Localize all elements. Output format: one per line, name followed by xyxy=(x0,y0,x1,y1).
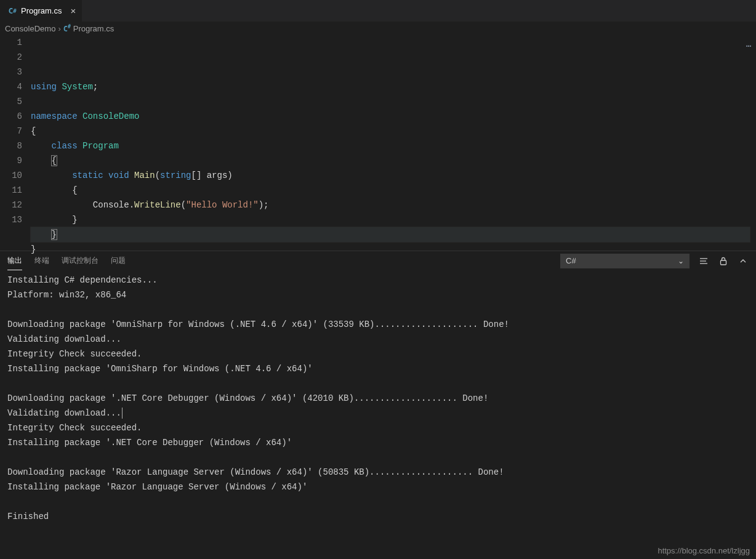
output-line: Validating download... xyxy=(7,332,749,347)
line-number: 8 xyxy=(0,139,22,153)
breadcrumb: ConsoleDemo › C# Program.cs xyxy=(0,22,756,35)
output-line: Installing package 'Razor Language Serve… xyxy=(7,480,749,494)
output-line: Integrity Check succeeded. xyxy=(7,420,749,435)
line-number: 2 xyxy=(0,50,22,65)
code-line[interactable]: Console.WriteLine("Hello World!"); xyxy=(31,198,756,212)
line-number: 12 xyxy=(0,198,22,212)
line-number: 6 xyxy=(0,109,22,124)
line-number: 9 xyxy=(0,153,22,168)
code-area[interactable]: ⋯ using System; namespace ConsoleDemo{ c… xyxy=(31,35,756,251)
code-line[interactable]: } xyxy=(31,212,756,227)
code-line[interactable]: { xyxy=(31,124,756,139)
output-line xyxy=(7,302,749,317)
output-line: Downloading package 'OmniSharp for Windo… xyxy=(7,317,749,332)
csharp-file-icon: C# xyxy=(7,6,17,16)
code-line[interactable]: class Program xyxy=(31,139,756,153)
output-line: Downloading package '.NET Core Debugger … xyxy=(7,391,749,406)
line-number: 7 xyxy=(0,124,22,139)
output-line: Integrity Check succeeded. xyxy=(7,347,749,361)
minimap-icon: ⋯ xyxy=(746,39,755,47)
code-line[interactable]: static void Main(string[] args) xyxy=(31,168,756,183)
line-number-gutter: 12345678910111213 xyxy=(0,35,31,251)
code-line[interactable]: using System; xyxy=(31,79,756,94)
line-number: 4 xyxy=(0,79,22,94)
watermark: https://blog.csdn.net/lzljgg xyxy=(657,546,750,555)
output-line: Installing package '.NET Core Debugger (… xyxy=(7,435,749,450)
panel-tab-output[interactable]: 输出 xyxy=(7,252,22,270)
editor-tab-bar: C# Program.cs × xyxy=(0,0,756,22)
chevron-right-icon: › xyxy=(58,24,60,33)
code-line[interactable]: } xyxy=(31,242,756,257)
output-line: Platform: win32, x86_64 xyxy=(7,288,749,302)
output-line xyxy=(7,450,749,465)
output-line xyxy=(7,376,749,391)
line-number: 1 xyxy=(0,35,22,50)
line-number: 13 xyxy=(0,212,22,227)
output-line: Finished xyxy=(7,509,749,524)
code-line[interactable]: { xyxy=(31,183,756,198)
code-editor[interactable]: 12345678910111213 ⋯ using System; namesp… xyxy=(0,35,756,251)
output-line: Validating download... xyxy=(7,406,749,420)
breadcrumb-file[interactable]: C# Program.cs xyxy=(63,24,115,33)
code-line[interactable]: { xyxy=(31,153,756,168)
close-icon[interactable]: × xyxy=(70,6,76,15)
line-number: 3 xyxy=(0,65,22,79)
code-line[interactable] xyxy=(31,94,756,109)
code-line[interactable]: namespace ConsoleDemo xyxy=(31,109,756,124)
breadcrumb-folder[interactable]: ConsoleDemo xyxy=(5,24,55,33)
code-line[interactable] xyxy=(31,257,756,271)
tab-filename: Program.cs xyxy=(21,6,62,15)
code-line[interactable]: } xyxy=(31,227,750,242)
output-line: Installing C# dependencies... xyxy=(7,273,749,288)
line-number: 5 xyxy=(0,94,22,109)
bottom-panel: 输出终端调试控制台问题 C# ⌄ Installin xyxy=(0,251,756,559)
output-pane[interactable]: Installing C# dependencies...Platform: w… xyxy=(0,270,756,559)
csharp-file-icon: C# xyxy=(63,24,71,33)
line-number: 10 xyxy=(0,168,22,183)
output-line: Downloading package 'Razor Language Serv… xyxy=(7,465,749,480)
editor-tab-program-cs[interactable]: C# Program.cs × xyxy=(0,0,82,22)
output-line: Installing package 'OmniSharp for Window… xyxy=(7,361,749,376)
line-number: 11 xyxy=(0,183,22,198)
output-line xyxy=(7,494,749,509)
